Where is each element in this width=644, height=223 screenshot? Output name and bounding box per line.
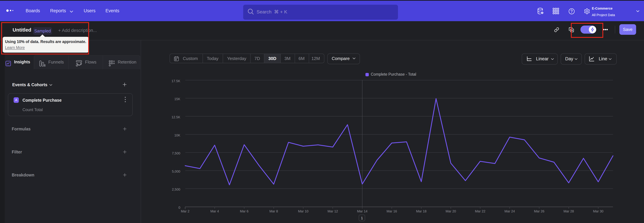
svg-text:0: 0	[178, 206, 180, 209]
svg-text:Mar 12: Mar 12	[328, 209, 338, 213]
svg-text:5,000: 5,000	[172, 170, 180, 173]
svg-text:17.5K: 17.5K	[172, 79, 180, 83]
svg-text:15K: 15K	[174, 97, 180, 101]
svg-text:7,500: 7,500	[172, 151, 180, 155]
svg-text:Mar 6: Mar 6	[240, 209, 248, 213]
svg-text:Mar 8: Mar 8	[269, 209, 278, 213]
svg-text:Mar 26: Mar 26	[534, 209, 544, 213]
svg-text:Mar 20: Mar 20	[446, 209, 456, 213]
svg-text:2,500: 2,500	[172, 187, 180, 191]
svg-text:Mar 30: Mar 30	[593, 209, 604, 213]
svg-text:Mar 4: Mar 4	[210, 209, 219, 213]
svg-text:Mar 28: Mar 28	[564, 209, 574, 213]
svg-text:Mar 24: Mar 24	[504, 209, 515, 213]
svg-text:Mar 16: Mar 16	[386, 209, 397, 213]
svg-text:Mar 2: Mar 2	[181, 209, 189, 213]
svg-text:Mar 10: Mar 10	[298, 209, 308, 213]
svg-text:10K: 10K	[174, 134, 180, 137]
svg-text:Mar 14: Mar 14	[357, 209, 368, 213]
svg-text:Mar 22: Mar 22	[475, 209, 485, 213]
svg-text:Mar 18: Mar 18	[416, 209, 426, 213]
svg-text:12.5K: 12.5K	[172, 115, 180, 119]
